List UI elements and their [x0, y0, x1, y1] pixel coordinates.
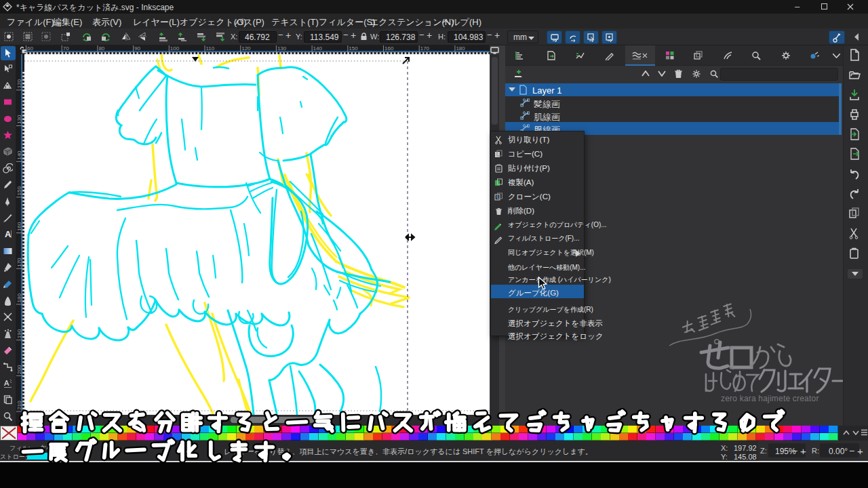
- svg-text:140: 140: [16, 150, 22, 160]
- svg-text:100: 100: [170, 45, 180, 52]
- svg-text:zero kara hajimete creator: zero kara hajimete creator: [721, 394, 819, 403]
- svg-text:60: 60: [27, 45, 33, 52]
- svg-text:180: 180: [16, 293, 22, 303]
- svg-text:200: 200: [16, 365, 22, 374]
- svg-text:110: 110: [206, 45, 215, 52]
- svg-text:130: 130: [16, 115, 22, 124]
- svg-text:120: 120: [16, 79, 22, 88]
- svg-text:170: 170: [16, 258, 22, 267]
- svg-text:150: 150: [349, 45, 358, 52]
- svg-text:140: 140: [313, 45, 323, 52]
- svg-text:90: 90: [134, 45, 140, 52]
- svg-text:150: 150: [16, 186, 22, 196]
- svg-text:80: 80: [98, 45, 104, 52]
- svg-text:180: 180: [456, 45, 465, 52]
- svg-text:130: 130: [277, 45, 287, 52]
- svg-text:120: 120: [241, 45, 251, 52]
- svg-text:160: 160: [16, 222, 22, 231]
- svg-text:170: 170: [420, 45, 430, 52]
- svg-text:A: A: [5, 229, 12, 239]
- svg-text:70: 70: [63, 45, 69, 52]
- svg-text:190: 190: [16, 329, 22, 338]
- svg-text:160: 160: [384, 45, 394, 52]
- svg-text:A: A: [4, 379, 9, 387]
